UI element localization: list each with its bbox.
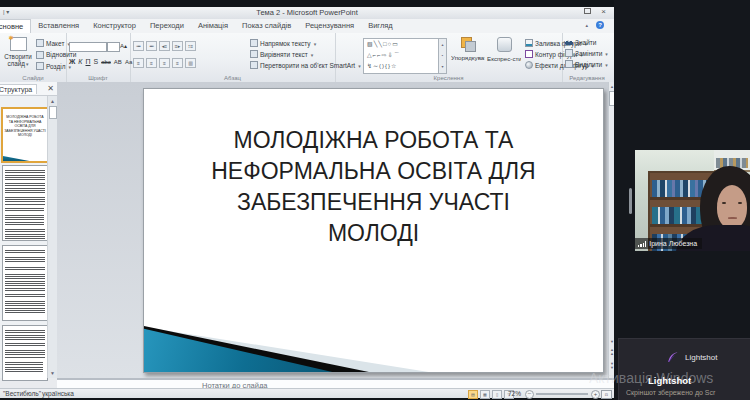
- slides-outline-pane: Структура ✕ МОЛОДІЖНА РОБОТА ТА НЕФОРМАЛ…: [0, 82, 58, 378]
- toast-message: Скріншот збережено до Scr: [626, 389, 715, 396]
- align-right-icon[interactable]: ≡: [159, 58, 170, 68]
- shape-effects-icon: [525, 61, 533, 69]
- tab-transitions[interactable]: Переходи: [143, 19, 191, 33]
- select-icon: [565, 60, 573, 68]
- collapse-ribbon-icon[interactable]: ▴: [585, 22, 588, 28]
- zoom-level: 72%: [508, 390, 521, 397]
- help-icon[interactable]: ?: [596, 21, 604, 29]
- character-spacing-button[interactable]: АВ: [114, 59, 122, 65]
- slide-editing-area: МОЛОДІЖНА РОБОТА ТА НЕФОРМАЛЬНА ОСВІТА Д…: [57, 82, 608, 378]
- signal-bars-icon: [638, 241, 646, 247]
- reading-view-icon[interactable]: ▯: [492, 390, 502, 399]
- replace-button[interactable]: Замінити: [565, 49, 608, 57]
- tab-animations[interactable]: Анімація: [191, 19, 235, 33]
- arrange-icon: [461, 37, 475, 51]
- justify-icon[interactable]: ≡: [172, 58, 183, 68]
- zoom-slider[interactable]: [536, 393, 588, 395]
- columns-icon[interactable]: ▥: [185, 58, 196, 68]
- decrease-indent-icon[interactable]: ◂≡: [159, 41, 170, 51]
- tab-review[interactable]: Рецензування: [298, 19, 361, 33]
- underline-button[interactable]: П: [85, 58, 90, 65]
- slide-thumbnail-1[interactable]: МОЛОДІЖНА РОБОТА ТА НЕФОРМАЛЬНА ОСВІТА Д…: [1, 107, 49, 163]
- close-pane-icon[interactable]: ✕: [47, 84, 54, 93]
- increase-indent-icon[interactable]: ≡▸: [172, 41, 183, 51]
- quick-styles-icon: [497, 37, 512, 52]
- fit-to-window-icon[interactable]: ⊡: [601, 390, 612, 399]
- ribbon-group-font: А▴ Ж К П S abc АВ Аа А Шрифт: [66, 33, 131, 82]
- shape-fill-icon: [525, 39, 533, 47]
- layout-icon: [36, 39, 44, 47]
- status-bar: "Вестибюль" українська ▤ ▦ ▯ ▽ 72% – + ⊡: [0, 388, 614, 398]
- binoculars-icon: [565, 40, 573, 46]
- slide-thumbnail-2[interactable]: [2, 165, 48, 241]
- align-left-icon[interactable]: ≡: [133, 58, 144, 68]
- ribbon-group-drawing: ▧╲╲□○▭△⌐⌐⇨⇩⌒↯∼(){}☆ ▴▪▾ Упорядкувати Екс…: [335, 33, 563, 82]
- tab-design[interactable]: Конструктор: [86, 19, 143, 33]
- shapes-gallery-scrollbar[interactable]: ▴▪▾: [438, 38, 447, 74]
- new-slide-icon: [10, 37, 27, 51]
- lightshot-notification[interactable]: Lightshot Lightshot Скріншот збережено д…: [618, 338, 750, 400]
- participant-name: Ірина Любезна: [649, 240, 697, 247]
- current-slide[interactable]: МОЛОДІЖНА РОБОТА ТА НЕФОРМАЛЬНА ОСВІТА Д…: [143, 88, 604, 373]
- smartart-icon: [250, 61, 258, 69]
- slide-thumbnail-3[interactable]: [2, 245, 48, 321]
- window-title: Тема 2 - Microsoft PowerPoint: [0, 8, 614, 17]
- panel-scrollbar[interactable]: [629, 188, 632, 214]
- reset-icon: [36, 51, 44, 59]
- toast-app-name: Lightshot: [685, 353, 717, 362]
- line-spacing-icon[interactable]: ↕≡: [185, 41, 196, 51]
- powerpoint-window: | ▾ Тема 2 - Microsoft PowerPoint × Осно…: [0, 7, 614, 397]
- scroll-up-icon[interactable]: ▲: [48, 98, 57, 104]
- participant-name-tag: Ірина Любезна: [635, 238, 702, 249]
- feather-icon: [667, 351, 679, 363]
- arrange-button[interactable]: Упорядкувати: [451, 37, 485, 61]
- align-center-icon[interactable]: ≡: [146, 58, 157, 68]
- ribbon-group-slides: Створити слайд Макет Відновити Розділ Сл…: [0, 33, 67, 82]
- font-name-input[interactable]: [69, 42, 107, 52]
- zoom-out-icon[interactable]: –: [525, 390, 534, 399]
- numbering-icon[interactable]: ≕: [146, 41, 157, 51]
- ribbon-group-paragraph: ≔ ≕ ◂≡ ≡▸ ↕≡ ≡ ≡ ≡ ≡ ▥ Напрямок тексту В…: [130, 33, 336, 82]
- tab-insert[interactable]: Вставлення: [31, 19, 86, 33]
- strikethrough-button[interactable]: abc: [101, 59, 111, 65]
- close-button[interactable]: ×: [597, 7, 610, 17]
- meeting-panel: Ірина Любезна Lightshot Lightshot Скрінш…: [614, 0, 750, 400]
- quick-styles-button[interactable]: Експрес-стилі: [487, 37, 521, 62]
- zoom-in-icon[interactable]: +: [591, 390, 600, 399]
- bullets-icon[interactable]: ≔: [133, 41, 144, 51]
- toast-title: Lightshot: [648, 375, 691, 386]
- slide-thumbnail-4[interactable]: [2, 325, 48, 381]
- tab-view[interactable]: Вигляд: [361, 19, 400, 33]
- tab-outline[interactable]: Структура: [0, 84, 37, 94]
- ribbon: Створити слайд Макет Відновити Розділ Сл…: [0, 33, 614, 83]
- thumbnail-deco: [3, 155, 29, 161]
- tab-slideshow[interactable]: Показ слайдів: [235, 19, 298, 33]
- participant-video-tile[interactable]: Ірина Любезна: [635, 150, 750, 251]
- section-icon: [36, 62, 44, 70]
- maximize-button[interactable]: [581, 7, 594, 17]
- grow-shrink-font-buttons[interactable]: А▴: [120, 42, 127, 49]
- align-text-icon: [250, 50, 258, 58]
- scroll-down-icon[interactable]: ▼: [48, 370, 57, 376]
- select-button[interactable]: Виділити: [565, 60, 608, 68]
- tab-home[interactable]: Основне: [0, 19, 31, 33]
- shapes-gallery[interactable]: ▧╲╲□○▭△⌐⌐⇨⇩⌒↯∼(){}☆: [363, 38, 440, 74]
- normal-view-icon[interactable]: ▤: [468, 390, 478, 399]
- language-indicator[interactable]: українська: [42, 390, 74, 397]
- text-shadow-button[interactable]: S: [94, 58, 99, 65]
- italic-button[interactable]: К: [78, 58, 82, 65]
- new-slide-button[interactable]: Створити слайд: [2, 37, 34, 77]
- ribbon-group-editing: Знайти Замінити Виділити Редагування: [562, 33, 612, 82]
- slide-sorter-icon[interactable]: ▦: [480, 390, 490, 399]
- shape-outline-icon: [525, 50, 533, 58]
- bold-button[interactable]: Ж: [69, 58, 75, 65]
- font-size-input[interactable]: [107, 42, 120, 52]
- pane-scrollbar[interactable]: ▲ ▼: [47, 96, 57, 378]
- text-direction-icon: [250, 39, 258, 47]
- replace-icon: [565, 49, 573, 57]
- ribbon-tab-row: Основне Вставлення Конструктор Переходи …: [0, 19, 614, 34]
- theme-name[interactable]: "Вестибюль": [3, 390, 41, 397]
- slide-title-text[interactable]: МОЛОДІЖНА РОБОТА ТА НЕФОРМАЛЬНА ОСВІТА Д…: [201, 125, 546, 249]
- find-button[interactable]: Знайти: [565, 39, 608, 46]
- slide-decoration: [144, 322, 603, 372]
